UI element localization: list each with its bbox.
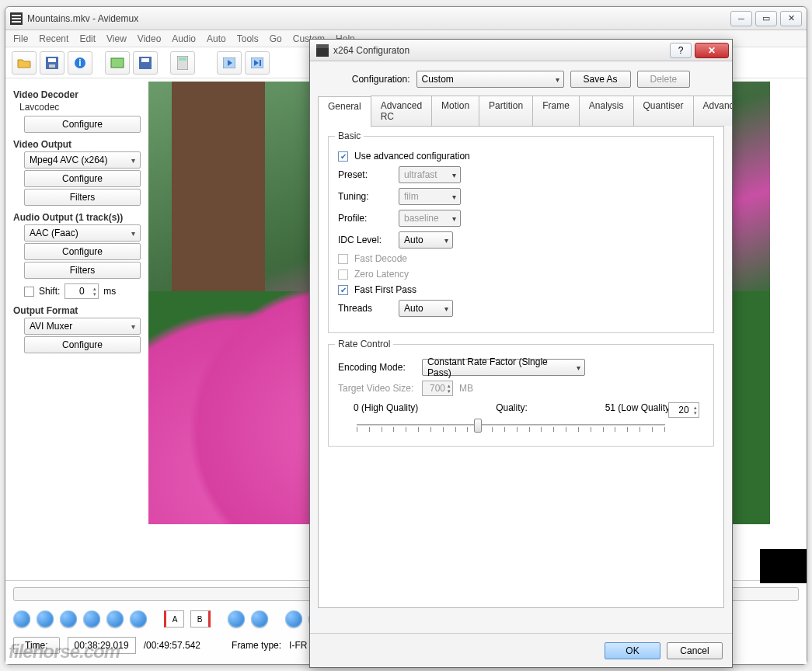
- target-size-value: 700: [430, 383, 445, 394]
- quality-slider[interactable]: [357, 416, 665, 435]
- delete-button[interactable]: Delete: [637, 71, 691, 88]
- tab-general[interactable]: General: [318, 96, 371, 127]
- prev-frame-button[interactable]: [60, 610, 77, 628]
- tuning-value: film: [404, 191, 419, 202]
- video-decoder-configure-button[interactable]: Configure: [24, 116, 141, 133]
- calculator-icon[interactable]: [170, 51, 195, 75]
- shift-checkbox[interactable]: [24, 287, 34, 297]
- profile-label: Profile:: [338, 213, 392, 224]
- info-icon[interactable]: i: [68, 51, 92, 75]
- save-icon[interactable]: [40, 51, 64, 75]
- shift-value: 0: [79, 286, 85, 297]
- configuration-value: Custom: [422, 74, 454, 85]
- goto-start-button[interactable]: [228, 610, 245, 628]
- play-icon[interactable]: [217, 51, 242, 75]
- window-title: Mountains.mkv - Avidemux: [27, 13, 138, 24]
- threads-label: Threads: [338, 303, 392, 314]
- prev-keyframe-button[interactable]: [106, 610, 124, 628]
- video-output-configure-button[interactable]: Configure: [24, 170, 141, 187]
- save-as-button[interactable]: Save As: [570, 71, 631, 88]
- output-format-combo[interactable]: AVI Muxer: [24, 318, 141, 335]
- audio-output-filters-button[interactable]: Filters: [24, 262, 141, 279]
- clapper-icon: [316, 44, 329, 57]
- cancel-button[interactable]: Cancel: [667, 642, 723, 659]
- app-icon: [10, 12, 23, 25]
- tab-partition[interactable]: Partition: [479, 96, 533, 126]
- time-total: /00:49:57.542: [144, 640, 200, 651]
- encoding-mode-label: Encoding Mode:: [338, 362, 416, 373]
- menu-view[interactable]: View: [106, 33, 127, 44]
- fast-first-pass-label: Fast First Pass: [354, 284, 416, 295]
- next-keyframe-button[interactable]: [130, 610, 147, 628]
- basic-group: Basic Use advanced configuration Preset:…: [328, 136, 714, 333]
- watermark: filehorse.com: [9, 641, 120, 662]
- svg-rect-2: [12, 18, 21, 19]
- play-range-icon[interactable]: [245, 51, 270, 75]
- encoding-mode-combo[interactable]: Constant Rate Factor (Single Pass): [422, 359, 585, 376]
- close-button[interactable]: ✕: [780, 11, 802, 26]
- threads-value: Auto: [404, 303, 423, 314]
- shift-spinner[interactable]: 0: [64, 283, 99, 299]
- next-frame-button[interactable]: [83, 610, 100, 628]
- tab-motion[interactable]: Motion: [431, 96, 479, 126]
- menu-audio[interactable]: Audio: [172, 33, 196, 44]
- stop-button[interactable]: [37, 610, 54, 628]
- tab-quantiser[interactable]: Quantiser: [633, 96, 694, 126]
- tab-advanced-rc[interactable]: Advanced RC: [371, 96, 432, 126]
- dialog-close-button[interactable]: ✕: [695, 43, 729, 58]
- video-decoder-value: Lavcodec: [13, 102, 138, 113]
- set-marker-a-button[interactable]: A: [164, 610, 184, 628]
- tuning-label: Tuning:: [338, 191, 392, 202]
- svg-rect-1: [12, 15, 21, 16]
- tuning-combo: film: [399, 188, 461, 205]
- menu-video[interactable]: Video: [138, 33, 161, 44]
- maximize-button[interactable]: ▭: [755, 11, 777, 26]
- use-advanced-checkbox[interactable]: [338, 151, 348, 162]
- svg-rect-5: [48, 58, 56, 62]
- image-save-icon[interactable]: [133, 51, 158, 75]
- minimize-button[interactable]: ─: [730, 11, 752, 26]
- quality-slider-thumb[interactable]: [474, 419, 482, 433]
- menu-edit[interactable]: Edit: [79, 33, 96, 44]
- svg-rect-11: [141, 58, 149, 62]
- preset-label: Preset:: [338, 169, 392, 180]
- svg-rect-3: [12, 21, 21, 23]
- tab-analysis[interactable]: Analysis: [579, 96, 634, 126]
- set-marker-b-button[interactable]: B: [190, 610, 211, 628]
- video-output-value: Mpeg4 AVC (x264): [30, 155, 108, 165]
- play-button[interactable]: [13, 610, 30, 628]
- menu-recent[interactable]: Recent: [39, 33, 68, 44]
- tab-advanced[interactable]: Advanced: [693, 96, 732, 126]
- shift-label: Shift:: [39, 286, 60, 297]
- dialog-footer: OK Cancel: [310, 633, 732, 667]
- audio-output-configure-button[interactable]: Configure: [24, 243, 141, 260]
- video-output-combo[interactable]: Mpeg4 AVC (x264): [24, 151, 141, 169]
- audio-output-label: Audio Output (1 track(s)): [13, 212, 138, 223]
- help-button[interactable]: ?: [670, 43, 692, 58]
- fast-first-pass-checkbox[interactable]: [338, 285, 348, 295]
- tab-frame[interactable]: Frame: [532, 96, 580, 126]
- output-format-value: AVI Muxer: [30, 321, 72, 332]
- goto-end-button[interactable]: [251, 610, 268, 628]
- threads-combo[interactable]: Auto: [399, 300, 453, 317]
- menu-tools[interactable]: Tools: [237, 33, 259, 44]
- image-open-icon[interactable]: [105, 51, 130, 75]
- preset-value: ultrafast: [404, 169, 437, 180]
- encoding-mode-value: Constant Rate Factor (Single Pass): [427, 356, 570, 378]
- quality-spinner[interactable]: 20: [668, 402, 699, 418]
- video-output-filters-button[interactable]: Filters: [24, 189, 141, 206]
- open-icon[interactable]: [12, 51, 37, 75]
- configuration-label: Configuration:: [352, 74, 410, 85]
- menu-auto[interactable]: Auto: [207, 33, 226, 44]
- audio-output-combo[interactable]: AAC (Faac): [24, 224, 141, 242]
- configuration-combo[interactable]: Custom: [416, 71, 564, 88]
- ok-button[interactable]: OK: [605, 642, 660, 659]
- menu-go[interactable]: Go: [270, 33, 282, 44]
- fast-decode-label: Fast Decode: [354, 253, 407, 264]
- profile-combo: baseline: [399, 210, 461, 227]
- menu-file[interactable]: File: [13, 33, 28, 44]
- prev-black-button[interactable]: [285, 610, 302, 628]
- output-format-configure-button[interactable]: Configure: [24, 336, 141, 353]
- idc-combo[interactable]: Auto: [399, 231, 453, 249]
- x264-config-dialog: x264 Configuraton ? ✕ Configuration: Cus…: [309, 39, 733, 668]
